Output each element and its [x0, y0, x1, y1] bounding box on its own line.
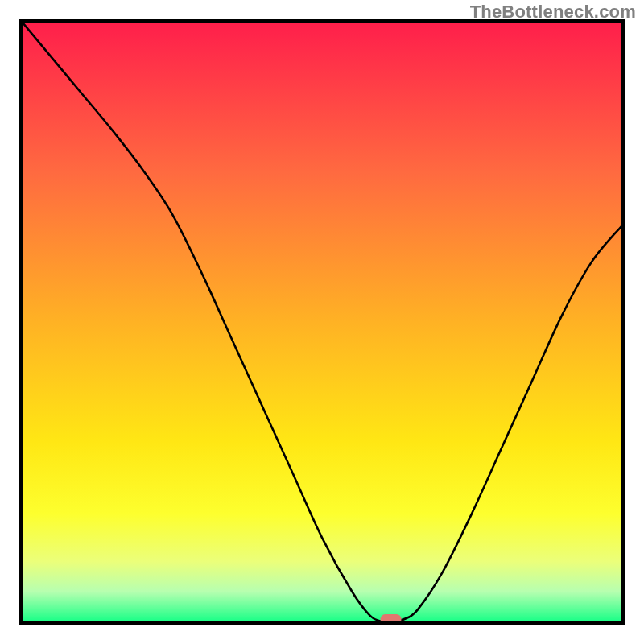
watermark-text: TheBottleneck.com: [470, 2, 636, 23]
chart-container: TheBottleneck.com: [0, 0, 644, 644]
svg-rect-1: [381, 614, 402, 621]
plot-area: [19, 19, 625, 625]
optimal-marker: [23, 23, 621, 621]
